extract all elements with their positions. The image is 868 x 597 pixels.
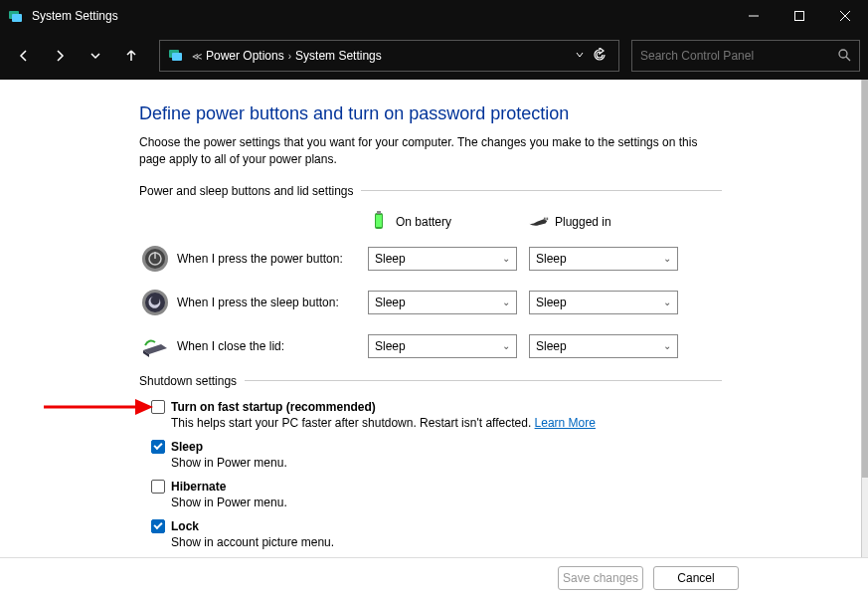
power-button-plugged-select[interactable]: Sleep⌄ <box>529 247 678 271</box>
titlebar: System Settings <box>0 0 868 32</box>
section-title: Power and sleep buttons and lid settings <box>139 184 353 198</box>
column-headers: On battery Plugged in <box>368 210 722 235</box>
checkbox-desc: This helps start your PC faster after sh… <box>171 416 722 430</box>
plug-icon <box>527 210 549 235</box>
section-title: Shutdown settings <box>139 374 237 388</box>
battery-icon <box>368 210 390 235</box>
breadcrumb[interactable]: ≪ Power Options › System Settings <box>159 40 619 72</box>
lid-plugged-select[interactable]: Sleep⌄ <box>529 334 678 358</box>
cancel-button[interactable]: Cancel <box>653 566 739 590</box>
search-input[interactable] <box>640 49 837 63</box>
window-title: System Settings <box>32 9 731 23</box>
hibernate-checkbox[interactable] <box>151 480 165 494</box>
sleep-button-plugged-select[interactable]: Sleep⌄ <box>529 291 678 314</box>
content-scroll[interactable]: Define power buttons and turn on passwor… <box>0 80 862 557</box>
svg-point-20 <box>145 293 165 312</box>
maximize-button[interactable] <box>777 0 822 32</box>
page-heading: Define power buttons and turn on passwor… <box>139 103 722 124</box>
chevron-down-icon: ⌄ <box>502 297 510 307</box>
col-battery-label: On battery <box>396 215 451 229</box>
row-label: When I press the power button: <box>177 252 368 266</box>
search-icon[interactable] <box>837 48 851 65</box>
nav-toolbar: ≪ Power Options › System Settings <box>0 32 868 80</box>
shutdown-settings: Turn on fast startup (recommended) This … <box>151 400 722 549</box>
checkbox-label: Sleep <box>171 440 203 454</box>
col-plugged-label: Plugged in <box>555 215 611 229</box>
svg-rect-7 <box>172 53 182 61</box>
chevron-down-icon: ⌄ <box>663 340 671 351</box>
recent-button[interactable] <box>80 40 111 72</box>
checkbox-label: Hibernate <box>171 480 226 494</box>
row-label: When I press the sleep button: <box>177 296 368 309</box>
back-button[interactable] <box>8 40 40 72</box>
svg-rect-13 <box>544 217 546 220</box>
breadcrumb-part[interactable]: Power Options <box>206 49 284 63</box>
power-button-battery-select[interactable]: Sleep⌄ <box>368 247 517 271</box>
lock-checkbox[interactable] <box>151 519 165 533</box>
fast-startup-checkbox[interactable] <box>151 400 165 414</box>
minimize-button[interactable] <box>731 0 777 32</box>
svg-rect-11 <box>377 211 381 214</box>
page-intro: Choose the power settings that you want … <box>139 134 722 168</box>
lid-battery-select[interactable]: Sleep⌄ <box>368 334 517 358</box>
forward-button[interactable] <box>44 40 76 72</box>
breadcrumb-part[interactable]: System Settings <box>295 49 382 63</box>
power-button-row: When I press the power button: Sleep⌄ Sl… <box>139 243 722 275</box>
footer: Save changes Cancel <box>0 557 868 597</box>
refresh-button[interactable] <box>593 48 607 65</box>
sleep-button-icon <box>139 287 171 318</box>
chevron-down-icon: ⌄ <box>663 253 671 264</box>
lock-option: Lock Show in account picture menu. <box>151 519 722 549</box>
chevron-right-icon: › <box>288 51 291 62</box>
breadcrumb-icon <box>168 47 184 66</box>
scrollbar-thumb[interactable] <box>862 80 868 478</box>
chevron-down-icon: ⌄ <box>663 297 671 307</box>
chevron-down-icon: ⌄ <box>502 253 510 264</box>
row-label: When I close the lid: <box>177 339 368 353</box>
hibernate-option: Hibernate Show in Power menu. <box>151 480 722 509</box>
svg-line-9 <box>846 57 850 61</box>
chevron-down-icon: ⌄ <box>502 340 510 351</box>
checkbox-desc: Show in account picture menu. <box>171 535 722 549</box>
checkbox-label: Turn on fast startup (recommended) <box>171 400 376 414</box>
search-box[interactable] <box>631 40 860 72</box>
close-button[interactable] <box>822 0 868 32</box>
up-button[interactable] <box>115 40 147 72</box>
sleep-checkbox[interactable] <box>151 440 165 454</box>
section-header: Power and sleep buttons and lid settings <box>139 184 722 198</box>
save-changes-button[interactable]: Save changes <box>558 566 643 590</box>
svg-rect-14 <box>546 217 548 220</box>
learn-more-link[interactable]: Learn More <box>535 416 596 430</box>
sleep-button-row: When I press the sleep button: Sleep⌄ Sl… <box>139 287 722 318</box>
sleep-option: Sleep Show in Power menu. <box>151 440 722 470</box>
lid-icon <box>139 330 171 362</box>
divider <box>361 190 722 191</box>
chevron-down-icon[interactable] <box>575 49 585 63</box>
checkbox-desc: Show in Power menu. <box>171 496 722 509</box>
divider <box>245 380 722 381</box>
fast-startup-option: Turn on fast startup (recommended) This … <box>151 400 722 430</box>
power-button-icon <box>139 243 171 275</box>
checkbox-desc: Show in Power menu. <box>171 456 722 470</box>
section-header: Shutdown settings <box>139 374 722 388</box>
chevron-icon: ≪ <box>192 51 202 62</box>
svg-rect-3 <box>795 12 804 21</box>
content: Define power buttons and turn on passwor… <box>0 80 861 557</box>
svg-point-8 <box>839 50 847 58</box>
svg-rect-1 <box>12 14 22 22</box>
checkbox-label: Lock <box>171 519 199 533</box>
app-icon <box>8 8 24 24</box>
lid-row: When I close the lid: Sleep⌄ Sleep⌄ <box>139 330 722 362</box>
svg-rect-12 <box>376 215 382 227</box>
sleep-button-battery-select[interactable]: Sleep⌄ <box>368 291 517 314</box>
